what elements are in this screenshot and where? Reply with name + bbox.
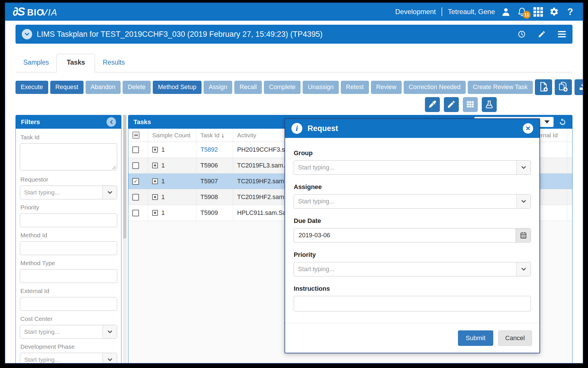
row-checkbox-cell — [128, 142, 148, 157]
row-checkbox-checked[interactable]: ✓ — [132, 178, 139, 185]
priority-input[interactable] — [294, 262, 531, 276]
biovia-logo[interactable]: ∂S BIOVIA — [13, 6, 58, 18]
filter-development-phase-combobox — [20, 353, 117, 364]
column-header-label: Activity — [237, 132, 256, 139]
expand-plus-icon[interactable]: + — [152, 147, 158, 153]
instructions-input[interactable] — [294, 296, 531, 311]
create-review-task-button[interactable]: Create Review Task — [468, 81, 533, 94]
priority-dropdown-button[interactable] — [516, 262, 531, 276]
user-avatar-icon[interactable] — [501, 7, 511, 17]
close-icon[interactable]: × — [523, 123, 533, 134]
assignee-input[interactable] — [294, 194, 531, 209]
flask-icon — [485, 100, 494, 110]
abandon-button[interactable]: Abandon — [86, 81, 121, 94]
settings-gear-icon[interactable] — [549, 7, 559, 17]
vertical-scrollbar[interactable] — [123, 115, 127, 364]
flask-button[interactable] — [482, 97, 497, 112]
top-navigation-bar: ∂S BIOVIA Development Tetreault, Gene 11… — [5, 3, 583, 21]
row-checkbox[interactable] — [132, 210, 139, 216]
edit-pencil-button[interactable] — [444, 97, 459, 112]
filter-task-id-textarea[interactable] — [20, 143, 117, 170]
calendar-button[interactable] — [516, 228, 531, 242]
row-checkbox[interactable] — [132, 194, 139, 201]
sample-count-value: 1 — [161, 162, 165, 169]
filter-requestor-dropdown-button[interactable] — [102, 186, 117, 199]
chevron-down-icon — [107, 189, 113, 196]
tab-bar: SamplesTasksResults — [16, 54, 572, 72]
notifications-bell-icon[interactable]: 11 — [517, 7, 527, 17]
sample-count-value: 1 — [161, 194, 165, 201]
request-button[interactable]: Request — [50, 81, 84, 94]
toolbar-button-row: ExecuteRequestAbandonDeleteMethod SetupA… — [16, 79, 572, 95]
expand-plus-icon[interactable]: + — [152, 194, 158, 200]
unassign-button[interactable]: Unassign — [303, 81, 339, 94]
table-grid-button[interactable] — [463, 97, 478, 112]
row-spacer-cell — [567, 205, 572, 221]
eyedropper-button[interactable] — [425, 97, 440, 112]
copy-document-button[interactable] — [555, 79, 572, 95]
submit-button[interactable]: Submit — [458, 330, 493, 346]
history-clock-icon[interactable] — [517, 30, 526, 38]
page-title: LIMS Taskplan for TEST_2019CCHF3_030 (20… — [37, 30, 323, 39]
cancel-button[interactable]: Cancel — [498, 330, 532, 346]
expand-plus-icon[interactable]: + — [152, 210, 158, 216]
app-grid-icon[interactable] — [533, 7, 543, 17]
delete-button[interactable]: Delete — [123, 81, 151, 94]
row-checkbox-cell: ✓ — [128, 174, 148, 189]
import-download-button[interactable] — [575, 79, 583, 95]
scrollbar-thumb[interactable] — [123, 115, 126, 238]
filter-priority-input[interactable] — [20, 213, 117, 227]
filter-method-type-input[interactable] — [20, 269, 117, 283]
filter-method-id-input[interactable] — [20, 241, 117, 255]
new-document-button[interactable] — [535, 79, 552, 95]
activity-value: PH2019CCHF3.sa — [237, 146, 288, 153]
due-date-input[interactable] — [294, 228, 531, 242]
activity-value: HPLC911.sam.Sa — [237, 209, 286, 217]
filter-external-id-input[interactable] — [20, 297, 117, 311]
correction-needed-button[interactable]: Correction Needed — [404, 81, 466, 94]
due-date-field — [294, 228, 531, 242]
sample-count-cell: +1 — [148, 189, 196, 205]
method-setup-button[interactable]: Method Setup — [153, 81, 202, 94]
dropdown-caret-icon — [544, 120, 550, 124]
help-icon[interactable]: ? — [565, 7, 575, 17]
assign-button[interactable]: Assign — [204, 81, 233, 94]
filter-label-task-id: Task Id — [20, 134, 117, 141]
filter-development-phase-dropdown-button[interactable] — [102, 353, 117, 364]
group-dropdown-button[interactable] — [516, 161, 531, 174]
refresh-icon[interactable] — [558, 117, 567, 126]
execute-button[interactable]: Execute — [16, 81, 48, 94]
tasks-title: Tasks — [134, 118, 151, 126]
toolbar-icon-row-2 — [16, 97, 497, 112]
complete-button[interactable]: Complete — [264, 81, 301, 94]
tab-results[interactable]: Results — [95, 59, 133, 72]
collapse-filters-chevron-left-icon[interactable] — [107, 117, 116, 127]
row-spacer-cell — [567, 158, 572, 173]
activity-value: TC2019HF2.sam. — [237, 178, 286, 185]
expand-plus-icon[interactable]: + — [152, 178, 158, 184]
recall-button[interactable]: Recall — [234, 81, 262, 94]
retest-button[interactable]: Retest — [341, 81, 369, 94]
edit-pencil-icon[interactable] — [537, 30, 546, 38]
tab-samples[interactable]: Samples — [16, 59, 57, 72]
select-all-checkbox-indeterminate[interactable] — [132, 132, 140, 139]
filter-cost-center-dropdown-button[interactable] — [102, 325, 117, 338]
review-button[interactable]: Review — [371, 81, 402, 94]
group-input[interactable] — [294, 160, 531, 175]
new-document-icon — [538, 81, 549, 93]
filter-label-method-type: Method Type — [20, 260, 117, 267]
row-checkbox[interactable] — [132, 147, 139, 153]
row-checkbox[interactable] — [132, 162, 139, 169]
import-download-icon — [578, 81, 583, 93]
task-id-link[interactable]: T5892 — [200, 146, 218, 153]
menu-icon[interactable] — [558, 30, 566, 38]
row-checkbox-cell — [128, 205, 148, 221]
select-all-cell — [128, 129, 148, 142]
info-icon: i — [291, 123, 302, 134]
calendar-icon — [520, 232, 527, 239]
tab-tasks[interactable]: Tasks — [57, 54, 95, 72]
collapse-chevron-down-icon[interactable] — [22, 29, 32, 39]
assignee-dropdown-button[interactable] — [516, 194, 531, 208]
due-date-label: Due Date — [294, 217, 531, 225]
expand-plus-icon[interactable]: + — [152, 163, 158, 168]
